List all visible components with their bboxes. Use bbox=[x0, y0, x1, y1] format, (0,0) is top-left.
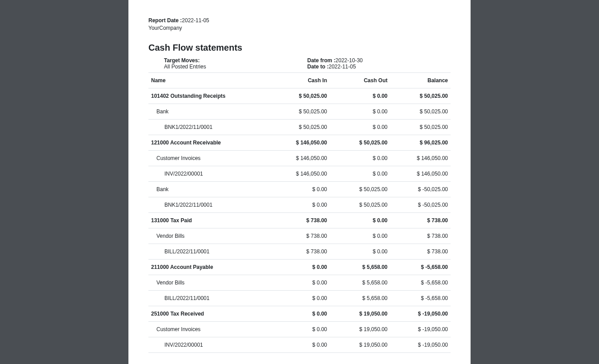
cell-name: Bank bbox=[148, 104, 269, 119]
cell-balance: $ 146,050.00 bbox=[390, 166, 451, 181]
col-balance: Balance bbox=[390, 73, 451, 88]
table-row: Customer Invoices$ 146,050.00$ 0.00$ 146… bbox=[148, 150, 451, 166]
target-moves-label: Target Moves: bbox=[164, 57, 200, 64]
cell-cash-out: $ 0.00 bbox=[330, 166, 390, 181]
cashflow-table: Name Cash In Cash Out Balance 101402 Out… bbox=[148, 73, 451, 353]
cell-cash-in: $ 0.00 bbox=[269, 259, 330, 275]
cell-cash-in: $ 146,050.00 bbox=[269, 150, 330, 166]
params-left: Target Moves: All Posted Entries bbox=[164, 57, 307, 70]
cell-cash-out: $ 0.00 bbox=[330, 119, 390, 135]
table-row: Bank$ 0.00$ 50,025.00$ -50,025.00 bbox=[148, 181, 451, 197]
cell-name: INV/2022/00001 bbox=[148, 337, 269, 352]
cell-cash-out: $ 0.00 bbox=[330, 88, 390, 104]
cell-balance: $ 738.00 bbox=[390, 228, 451, 244]
report-meta: Report Date :2022-11-05 YourCompany bbox=[148, 17, 451, 32]
report-page: Report Date :2022-11-05 YourCompany Cash… bbox=[128, 0, 471, 364]
cell-balance: $ -5,658.00 bbox=[390, 275, 451, 290]
report-date-line: Report Date :2022-11-05 bbox=[148, 17, 451, 24]
cell-cash-out: $ 0.00 bbox=[330, 244, 390, 259]
table-row: INV/2022/00001$ 146,050.00$ 0.00$ 146,05… bbox=[148, 166, 451, 181]
col-cash-in: Cash In bbox=[269, 73, 330, 88]
cell-cash-out: $ 19,050.00 bbox=[330, 321, 390, 337]
cell-balance: $ 96,025.00 bbox=[390, 135, 451, 150]
table-body: 101402 Outstanding Receipts$ 50,025.00$ … bbox=[148, 88, 451, 352]
cell-balance: $ -50,025.00 bbox=[390, 181, 451, 197]
table-row: Vendor Bills$ 0.00$ 5,658.00$ -5,658.00 bbox=[148, 275, 451, 290]
cell-name: 101402 Outstanding Receipts bbox=[148, 88, 269, 104]
date-to-line: Date to :2022-11-05 bbox=[307, 64, 451, 70]
cell-cash-out: $ 5,658.00 bbox=[330, 290, 390, 306]
cell-cash-out: $ 0.00 bbox=[330, 212, 390, 228]
cell-balance: $ -19,050.00 bbox=[390, 321, 451, 337]
cell-cash-out: $ 0.00 bbox=[330, 228, 390, 244]
table-row: 251000 Tax Received$ 0.00$ 19,050.00$ -1… bbox=[148, 306, 451, 321]
cell-cash-out: $ 0.00 bbox=[330, 104, 390, 119]
date-to-label: Date to : bbox=[307, 64, 329, 70]
report-params: Target Moves: All Posted Entries Date fr… bbox=[148, 57, 451, 73]
cell-cash-out: $ 0.00 bbox=[330, 150, 390, 166]
cell-cash-out: $ 50,025.00 bbox=[330, 197, 390, 212]
table-row: BNK1/2022/11/0001$ 50,025.00$ 0.00$ 50,0… bbox=[148, 119, 451, 135]
report-date-value: 2022-11-05 bbox=[182, 17, 209, 24]
table-row: INV/2022/00001$ 0.00$ 19,050.00$ -19,050… bbox=[148, 337, 451, 352]
cell-name: 251000 Tax Received bbox=[148, 306, 269, 321]
params-right: Date from :2022-10-30 Date to :2022-11-0… bbox=[307, 57, 451, 70]
col-name: Name bbox=[148, 73, 269, 88]
cell-cash-out: $ 5,658.00 bbox=[330, 275, 390, 290]
cell-cash-out: $ 50,025.00 bbox=[330, 135, 390, 150]
table-row: Bank$ 50,025.00$ 0.00$ 50,025.00 bbox=[148, 104, 451, 119]
cell-balance: $ 50,025.00 bbox=[390, 88, 451, 104]
cell-cash-in: $ 146,050.00 bbox=[269, 166, 330, 181]
table-row: Customer Invoices$ 0.00$ 19,050.00$ -19,… bbox=[148, 321, 451, 337]
cell-name: BILL/2022/11/0001 bbox=[148, 290, 269, 306]
table-row: 121000 Account Receivable$ 146,050.00$ 5… bbox=[148, 135, 451, 150]
table-row: 101402 Outstanding Receipts$ 50,025.00$ … bbox=[148, 88, 451, 104]
cell-cash-in: $ 0.00 bbox=[269, 290, 330, 306]
target-moves-line: Target Moves: bbox=[164, 57, 307, 64]
cell-cash-in: $ 146,050.00 bbox=[269, 135, 330, 150]
date-from-line: Date from :2022-10-30 bbox=[307, 57, 451, 64]
cell-balance: $ -5,658.00 bbox=[390, 259, 451, 275]
cell-balance: $ -19,050.00 bbox=[390, 306, 451, 321]
cell-cash-in: $ 0.00 bbox=[269, 306, 330, 321]
cell-cash-in: $ 738.00 bbox=[269, 244, 330, 259]
cell-name: BILL/2022/11/0001 bbox=[148, 244, 269, 259]
cell-name: Vendor Bills bbox=[148, 228, 269, 244]
cell-cash-out: $ 19,050.00 bbox=[330, 337, 390, 352]
date-from-value: 2022-10-30 bbox=[335, 57, 363, 64]
table-header-row: Name Cash In Cash Out Balance bbox=[148, 73, 451, 88]
cell-balance: $ 738.00 bbox=[390, 212, 451, 228]
cell-cash-in: $ 0.00 bbox=[269, 181, 330, 197]
cell-balance: $ -50,025.00 bbox=[390, 197, 451, 212]
cell-cash-in: $ 50,025.00 bbox=[269, 119, 330, 135]
cell-cash-in: $ 0.00 bbox=[269, 275, 330, 290]
cell-cash-in: $ 738.00 bbox=[269, 228, 330, 244]
cell-name: 131000 Tax Paid bbox=[148, 212, 269, 228]
cell-cash-out: $ 50,025.00 bbox=[330, 181, 390, 197]
date-from-label: Date from : bbox=[307, 57, 335, 64]
cell-name: Bank bbox=[148, 181, 269, 197]
table-row: 211000 Account Payable$ 0.00$ 5,658.00$ … bbox=[148, 259, 451, 275]
cell-balance: $ 146,050.00 bbox=[390, 150, 451, 166]
cell-cash-in: $ 0.00 bbox=[269, 321, 330, 337]
cell-balance: $ 50,025.00 bbox=[390, 104, 451, 119]
table-row: BILL/2022/11/0001$ 738.00$ 0.00$ 738.00 bbox=[148, 244, 451, 259]
cell-balance: $ 738.00 bbox=[390, 244, 451, 259]
cell-name: Customer Invoices bbox=[148, 150, 269, 166]
cell-cash-in: $ 50,025.00 bbox=[269, 88, 330, 104]
cell-name: BNK1/2022/11/0001 bbox=[148, 197, 269, 212]
cell-balance: $ -19,050.00 bbox=[390, 337, 451, 352]
cell-name: 121000 Account Receivable bbox=[148, 135, 269, 150]
cell-balance: $ 50,025.00 bbox=[390, 119, 451, 135]
table-row: 131000 Tax Paid$ 738.00$ 0.00$ 738.00 bbox=[148, 212, 451, 228]
report-date-label: Report Date : bbox=[148, 17, 182, 24]
table-row: BNK1/2022/11/0001$ 0.00$ 50,025.00$ -50,… bbox=[148, 197, 451, 212]
target-moves-value: All Posted Entries bbox=[164, 64, 307, 70]
cell-cash-out: $ 5,658.00 bbox=[330, 259, 390, 275]
cell-name: Customer Invoices bbox=[148, 321, 269, 337]
cell-name: Vendor Bills bbox=[148, 275, 269, 290]
cell-cash-in: $ 0.00 bbox=[269, 197, 330, 212]
cell-cash-in: $ 50,025.00 bbox=[269, 104, 330, 119]
date-to-value: 2022-11-05 bbox=[329, 64, 356, 70]
cell-name: 211000 Account Payable bbox=[148, 259, 269, 275]
